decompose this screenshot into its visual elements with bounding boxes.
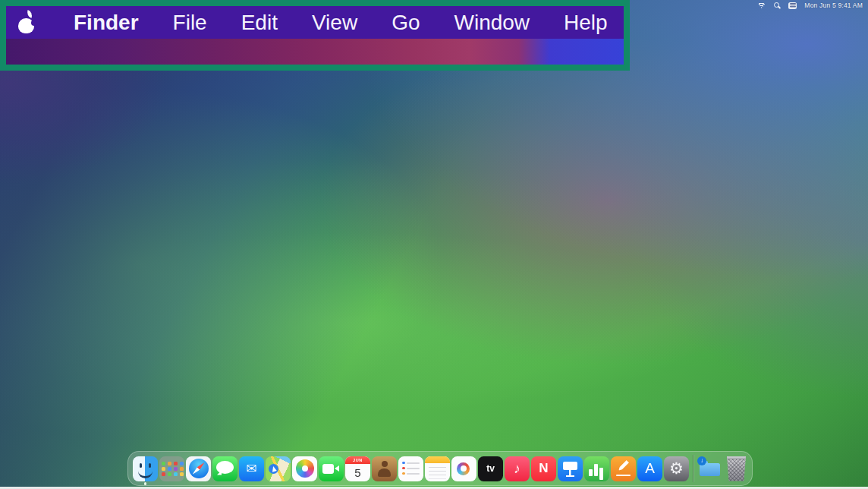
reminders-dock-icon[interactable] (398, 456, 423, 481)
magnified-menubar: FinderFileEditViewGoWindowHelp (6, 6, 624, 39)
finder-dock-icon[interactable] (133, 456, 158, 481)
apple-menu[interactable] (17, 11, 36, 34)
menubar-clock[interactable]: Mon Jun 5 9:41 AM (804, 2, 863, 9)
calendar-dock-icon[interactable]: JUN5 (345, 456, 370, 481)
trash-dock-icon[interactable] (724, 456, 749, 481)
desktop: Mon Jun 5 9:41 AM FinderFileEditViewGoWi… (0, 0, 868, 489)
calendar-month: JUN (345, 456, 370, 464)
settings-dock-icon[interactable]: ⚙ (664, 456, 689, 481)
contacts-dock-icon[interactable] (372, 456, 397, 481)
photos-dock-icon[interactable] (292, 456, 317, 481)
safari-dock-icon[interactable] (186, 456, 211, 481)
music-glyph: ♪ (505, 456, 530, 481)
zoom-magnifier-overlay: FinderFileEditViewGoWindowHelp (0, 0, 630, 71)
menu-item-edit[interactable]: Edit (241, 6, 278, 39)
settings-glyph: ⚙ (664, 456, 689, 481)
launchpad-dock-icon[interactable] (159, 456, 184, 481)
apple-logo-icon (26, 10, 33, 18)
dock: ✉JUN5tv♪NA⚙↓ (127, 451, 753, 486)
mail-dock-icon[interactable]: ✉ (239, 456, 264, 481)
downloads-glyph: ↓ (697, 456, 706, 465)
mail-glyph: ✉ (239, 456, 264, 481)
keynote-dock-icon[interactable] (558, 456, 583, 481)
numbers-dock-icon[interactable] (584, 456, 609, 481)
news-glyph: N (531, 456, 556, 481)
notes-dock-icon[interactable] (425, 456, 450, 481)
tv-dock-icon[interactable]: tv (478, 456, 503, 481)
menu-item-help[interactable]: Help (564, 6, 608, 39)
tv-glyph: tv (478, 456, 503, 481)
music-dock-icon[interactable]: ♪ (505, 456, 530, 481)
dock-separator (693, 455, 693, 482)
menu-item-view[interactable]: View (312, 6, 357, 39)
wifi-icon[interactable] (757, 2, 766, 8)
messages-dock-icon[interactable] (212, 456, 237, 481)
menu-item-window[interactable]: Window (454, 6, 530, 39)
magnified-wallpaper (6, 39, 624, 65)
pages-dock-icon[interactable] (611, 456, 636, 481)
news-dock-icon[interactable]: N (531, 456, 556, 481)
appstore-dock-icon[interactable]: A (637, 456, 662, 481)
control-center-icon[interactable] (788, 2, 797, 9)
calendar-day: 5 (345, 464, 370, 481)
downloads-dock-icon[interactable]: ↓ (697, 456, 722, 481)
menubar-status-area: Mon Jun 5 9:41 AM (757, 0, 868, 11)
freeform-dock-icon[interactable] (451, 456, 476, 481)
menu-item-go[interactable]: Go (392, 6, 420, 39)
menu-item-file[interactable]: File (173, 6, 207, 39)
maps-dock-icon[interactable] (266, 456, 291, 481)
menubar-items: FinderFileEditViewGoWindowHelp (74, 6, 608, 39)
finder-running-indicator (144, 482, 147, 485)
menu-item-finder[interactable]: Finder (74, 6, 139, 39)
facetime-dock-icon[interactable] (319, 456, 344, 481)
appstore-glyph: A (637, 456, 662, 481)
spotlight-icon[interactable] (773, 2, 781, 9)
